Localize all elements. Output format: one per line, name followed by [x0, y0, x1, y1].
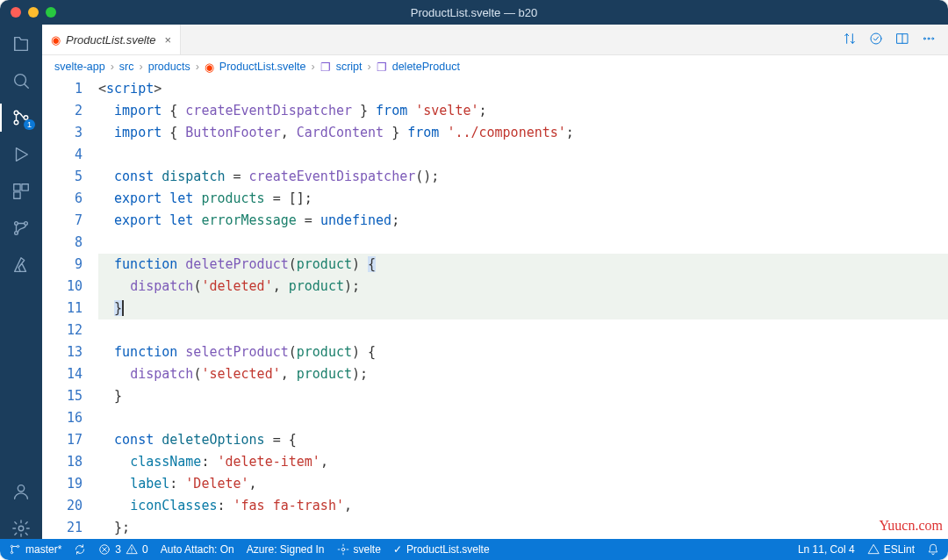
line-number: 9 [42, 254, 83, 276]
tab-close-icon[interactable]: × [165, 33, 172, 47]
line-number: 4 [42, 144, 83, 166]
window-minimize-button[interactable] [28, 7, 39, 18]
line-number: 16 [42, 407, 83, 429]
code-line[interactable]: dispatch('selected', product); [98, 363, 948, 385]
source-control-icon[interactable]: 1 [11, 107, 32, 128]
code-line[interactable]: const deleteOptions = { [98, 429, 948, 451]
line-number: 2 [42, 100, 83, 122]
code-line[interactable]: export let errorMessage = undefined; [98, 210, 948, 232]
window-zoom-button[interactable] [46, 7, 56, 18]
code-line[interactable]: function deleteProduct(product) { [98, 254, 948, 276]
tab-filename: ProductList.svelte [66, 33, 156, 47]
svg-rect-5 [22, 184, 28, 190]
svg-rect-4 [14, 184, 20, 190]
code-line[interactable]: function selectProduct(product) { [98, 341, 948, 363]
code-line[interactable] [98, 319, 948, 341]
breadcrumb-segment[interactable]: products [148, 61, 190, 73]
line-number: 15 [42, 385, 83, 407]
code-line[interactable]: className: 'delete-item', [98, 451, 948, 473]
svg-point-15 [928, 38, 930, 39]
editor-tab-active[interactable]: ◉ ProductList.svelte × [42, 25, 181, 54]
code-line[interactable]: import { createEventDispatcher } from 's… [98, 100, 948, 122]
chevron-right-icon: › [111, 61, 114, 73]
settings-gear-icon[interactable] [11, 518, 32, 539]
extensions-icon[interactable] [11, 181, 32, 202]
svelte-file-icon: ◉ [51, 33, 61, 47]
status-file[interactable]: ✓ ProductList.svelte [393, 543, 490, 556]
code-line[interactable]: iconClasses: 'fas fa-trash', [98, 495, 948, 517]
code-line[interactable] [98, 144, 948, 166]
code-line[interactable]: export let products = []; [98, 188, 948, 210]
split-editor-icon[interactable] [895, 32, 909, 48]
line-number: 7 [42, 210, 83, 232]
status-azure[interactable]: Azure: Signed In [247, 543, 325, 556]
status-notifications-icon[interactable] [927, 543, 939, 556]
breadcrumb-segment[interactable]: deleteProduct [392, 61, 460, 73]
code-line[interactable] [98, 407, 948, 429]
more-actions-icon[interactable] [922, 32, 936, 48]
breadcrumb-segment[interactable]: svelte-app [54, 61, 105, 73]
coverage-icon[interactable] [869, 32, 883, 48]
search-icon[interactable] [11, 70, 32, 91]
run-debug-icon[interactable] [11, 144, 32, 165]
code-line[interactable]: } [98, 385, 948, 407]
status-language[interactable]: svelte [337, 543, 381, 556]
window-titlebar: ProductList.svelte — b20 [0, 0, 948, 25]
status-auto-attach[interactable]: Auto Attach: On [161, 543, 234, 556]
status-branch[interactable]: master* [9, 543, 61, 556]
svg-point-16 [932, 38, 934, 39]
compare-changes-icon[interactable] [843, 32, 857, 48]
azure-icon[interactable] [11, 255, 32, 276]
window-title: ProductList.svelte — b20 [411, 6, 538, 19]
chevron-right-icon: › [368, 61, 371, 73]
line-number: 12 [42, 319, 83, 341]
line-number: 5 [42, 166, 83, 188]
breadcrumb-segment[interactable]: script [336, 61, 363, 73]
line-number: 19 [42, 473, 83, 495]
symbol-icon: ❐ [377, 61, 387, 74]
code-line[interactable]: import { ButtonFooter, CardContent } fro… [98, 122, 948, 144]
code-line[interactable]: <script> [98, 78, 948, 100]
svelte-file-icon: ◉ [205, 61, 214, 74]
git-graph-icon[interactable] [11, 218, 32, 239]
line-number: 21 [42, 517, 83, 539]
status-cursor-position[interactable]: Ln 11, Col 4 [798, 543, 855, 556]
breadcrumb-segment[interactable]: ProductList.svelte [219, 61, 306, 73]
accounts-icon[interactable] [11, 481, 32, 502]
line-number: 10 [42, 276, 83, 298]
chevron-right-icon: › [140, 61, 143, 73]
line-number: 8 [42, 232, 83, 254]
line-number: 11 [42, 298, 83, 319]
line-number: 6 [42, 188, 83, 210]
code-editor[interactable]: 123456789101112131415161718192021 <scrip… [42, 78, 948, 539]
status-eslint[interactable]: ESLint [867, 543, 915, 556]
status-problems[interactable]: 3 0 [98, 543, 147, 556]
code-line[interactable] [98, 232, 948, 254]
breadcrumb: svelte-app › src › products › ◉ ProductL… [42, 55, 948, 78]
code-line[interactable]: const dispatch = createEventDispatcher()… [98, 166, 948, 188]
line-number: 13 [42, 341, 83, 363]
line-number: 1 [42, 78, 83, 100]
status-bar: master* 3 0 Auto Attach: On Azure: Signe… [0, 539, 948, 560]
line-number: 3 [42, 122, 83, 144]
explorer-icon[interactable] [11, 33, 32, 54]
code-line[interactable]: label: 'Delete', [98, 473, 948, 495]
svg-point-14 [923, 38, 925, 39]
code-line[interactable]: } [98, 298, 948, 319]
status-sync[interactable] [74, 543, 86, 556]
line-number: 14 [42, 363, 83, 385]
svg-point-12 [871, 33, 881, 44]
svg-point-10 [18, 485, 24, 492]
chevron-right-icon: › [312, 61, 315, 73]
svg-rect-6 [14, 192, 20, 198]
code-line[interactable]: }; [98, 517, 948, 539]
line-number: 17 [42, 429, 83, 451]
symbol-icon: ❐ [320, 61, 331, 74]
svg-point-21 [341, 548, 345, 551]
breadcrumb-segment[interactable]: src [119, 61, 134, 73]
chevron-right-icon: › [196, 61, 199, 73]
code-line[interactable]: dispatch('deleted', product); [98, 276, 948, 298]
line-number: 20 [42, 495, 83, 517]
window-close-button[interactable] [11, 7, 21, 18]
activity-bar: 1 [0, 25, 42, 539]
